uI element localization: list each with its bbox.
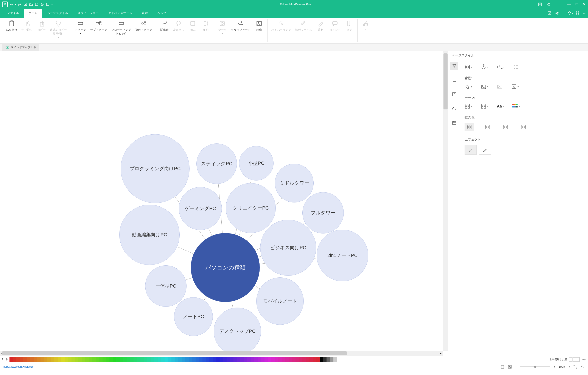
color-swatch[interactable] bbox=[44, 357, 47, 362]
color-swatch[interactable] bbox=[16, 357, 20, 362]
topic-button[interactable]: トピック▾ bbox=[73, 19, 88, 42]
floating-button[interactable]: フローティング トピック bbox=[109, 19, 133, 42]
color-swatch[interactable] bbox=[282, 357, 285, 362]
color-swatch[interactable] bbox=[247, 357, 251, 362]
node-programming[interactable]: プログラミング向けPC bbox=[121, 134, 189, 203]
node-creator[interactable]: クリエイターPC bbox=[226, 183, 276, 233]
color-swatch[interactable] bbox=[185, 357, 189, 362]
tab-slideshow[interactable]: スライドショー bbox=[73, 9, 103, 18]
color-swatch[interactable] bbox=[223, 357, 227, 362]
color-swatch[interactable] bbox=[333, 357, 337, 362]
share-icon[interactable] bbox=[546, 2, 550, 6]
color-swatch[interactable] bbox=[289, 357, 292, 362]
color-swatch[interactable] bbox=[140, 357, 144, 362]
color-swatch[interactable] bbox=[285, 357, 289, 362]
color-swatch[interactable] bbox=[258, 357, 261, 362]
color-swatch[interactable] bbox=[244, 357, 247, 362]
color-swatch[interactable] bbox=[230, 357, 233, 362]
sidetab-task[interactable] bbox=[450, 119, 458, 127]
color-swatch[interactable] bbox=[206, 357, 209, 362]
color-swatch[interactable] bbox=[27, 357, 30, 362]
color-swatch[interactable] bbox=[264, 357, 268, 362]
color-swatch[interactable] bbox=[261, 357, 264, 362]
color-swatch[interactable] bbox=[171, 357, 175, 362]
color-swatch[interactable] bbox=[209, 357, 213, 362]
screen-icon[interactable] bbox=[538, 2, 542, 6]
color-swatch[interactable] bbox=[576, 357, 580, 362]
bg-fill-button[interactable]: ▾ bbox=[465, 84, 472, 89]
color-swatch[interactable] bbox=[151, 357, 154, 362]
theme-rainbow-button[interactable]: ▾ bbox=[512, 104, 520, 108]
layout-list-button[interactable]: ▾ bbox=[513, 64, 521, 70]
node-fulltower[interactable]: フルタワー bbox=[302, 192, 344, 233]
color-swatch[interactable] bbox=[161, 357, 165, 362]
node-midtower[interactable]: ミドルタワー bbox=[275, 164, 314, 202]
paste-button[interactable]: 貼り付け bbox=[4, 19, 19, 42]
color-swatch[interactable] bbox=[196, 357, 199, 362]
vertical-scrollbar[interactable] bbox=[443, 51, 448, 351]
undo-icon[interactable] bbox=[10, 2, 13, 6]
redo-icon[interactable] bbox=[18, 2, 22, 6]
color-swatch[interactable] bbox=[75, 357, 78, 362]
color-swatch[interactable] bbox=[337, 357, 340, 362]
page-icon[interactable] bbox=[501, 365, 504, 369]
color-swatch[interactable] bbox=[192, 357, 196, 362]
more-colors-icon[interactable] bbox=[582, 358, 586, 361]
color-swatch[interactable] bbox=[199, 357, 202, 362]
color-swatch[interactable] bbox=[99, 357, 103, 362]
node-desktop[interactable]: デスクトップPC bbox=[214, 308, 261, 351]
color-swatch[interactable] bbox=[320, 357, 323, 362]
boundary-button[interactable]: 囲み bbox=[186, 19, 199, 42]
open-icon[interactable] bbox=[29, 2, 33, 6]
theme-font-button[interactable]: Aa▾ bbox=[497, 104, 504, 109]
close-icon[interactable]: ✕ bbox=[583, 2, 586, 7]
color-swatch[interactable] bbox=[569, 357, 572, 362]
fit-page-icon[interactable] bbox=[508, 365, 512, 369]
rainbow-opt2[interactable] bbox=[483, 123, 492, 131]
color-swatch[interactable] bbox=[89, 357, 92, 362]
pin-icon[interactable] bbox=[582, 54, 585, 57]
tab-home[interactable]: ホーム bbox=[24, 9, 42, 18]
color-swatch[interactable] bbox=[103, 357, 106, 362]
rainbow-opt3[interactable] bbox=[501, 123, 510, 131]
website-link[interactable]: https://www.edrawsoft.com bbox=[3, 365, 34, 368]
color-swatch[interactable] bbox=[240, 357, 244, 362]
color-swatch[interactable] bbox=[34, 357, 37, 362]
effect-sketch[interactable] bbox=[479, 145, 491, 155]
color-swatch[interactable] bbox=[113, 357, 116, 362]
sidetab-style[interactable] bbox=[450, 62, 458, 70]
color-swatch[interactable] bbox=[147, 357, 151, 362]
tab-advanced[interactable]: アドバンスツール bbox=[103, 9, 137, 18]
color-swatch[interactable] bbox=[47, 357, 51, 362]
color-swatch[interactable] bbox=[65, 357, 68, 362]
color-swatch[interactable] bbox=[316, 357, 320, 362]
color-swatch[interactable] bbox=[271, 357, 275, 362]
color-swatch[interactable] bbox=[299, 357, 302, 362]
color-swatch[interactable] bbox=[85, 357, 89, 362]
sidetab-icons[interactable] bbox=[450, 91, 458, 98]
color-swatch[interactable] bbox=[254, 357, 258, 362]
color-swatch[interactable] bbox=[306, 357, 309, 362]
color-swatch[interactable] bbox=[330, 357, 333, 362]
tag-button[interactable]: タグ bbox=[343, 19, 356, 42]
relation-button[interactable]: 関連線 bbox=[158, 19, 171, 42]
color-swatch[interactable] bbox=[309, 357, 313, 362]
new-icon[interactable] bbox=[23, 2, 27, 6]
tab-pagestyle[interactable]: ページスタイル bbox=[42, 9, 73, 18]
fit-icon[interactable] bbox=[548, 11, 552, 15]
attach-button[interactable]: 添付ファイル bbox=[293, 19, 314, 42]
color-swatch[interactable] bbox=[175, 357, 178, 362]
color-swatch[interactable] bbox=[158, 357, 161, 362]
color-swatch[interactable] bbox=[72, 357, 75, 362]
color-swatch[interactable] bbox=[227, 357, 230, 362]
hyperlink-button[interactable]: ハイパーリンク bbox=[269, 19, 293, 42]
color-swatch[interactable] bbox=[323, 357, 326, 362]
zoom-out-icon[interactable]: − bbox=[515, 365, 517, 368]
color-swatch[interactable] bbox=[54, 357, 58, 362]
color-swatch[interactable] bbox=[109, 357, 113, 362]
cut-button[interactable]: 切り取り bbox=[19, 19, 35, 42]
color-swatch[interactable] bbox=[233, 357, 237, 362]
color-swatch[interactable] bbox=[92, 357, 96, 362]
color-swatch[interactable] bbox=[165, 357, 168, 362]
tab-view[interactable]: 表示 bbox=[137, 9, 152, 18]
